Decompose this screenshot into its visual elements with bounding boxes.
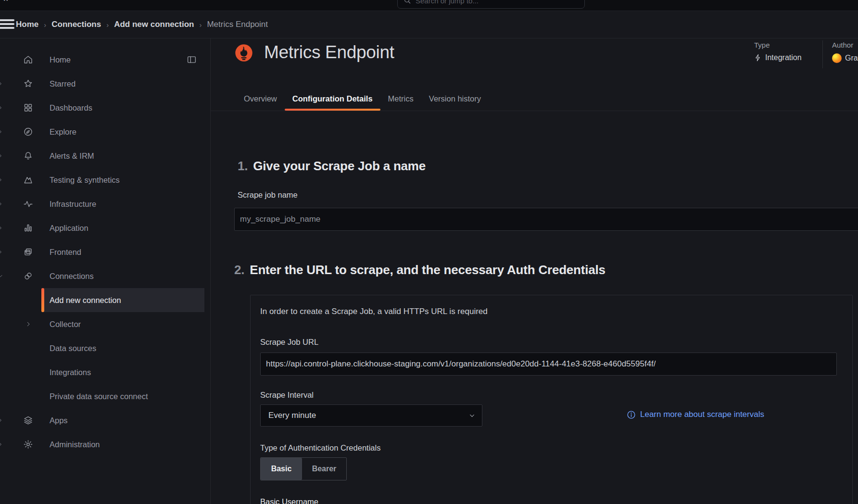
scrape-job-url-label: Scrape Job URL [260,338,318,347]
sidebar-item-infrastructure[interactable]: Infrastructure [0,192,210,216]
breadcrumb-separator: › [101,21,114,29]
scrape-job-url-input[interactable] [260,353,837,376]
sidebar-item-label: Administration [50,440,100,449]
sidebar-item-connections[interactable]: Connections [0,264,210,288]
auth-option-basic[interactable]: Basic [261,458,302,480]
chevron-right-icon [0,249,3,255]
card-notice: In order to create a Scrape Job, a valid… [260,307,488,316]
breadcrumb-item-home[interactable]: Home [16,20,38,29]
breadcrumb: Home›Connections›Add new connection›Metr… [16,20,268,29]
chevron-right-icon [25,321,32,328]
menu-hamburger-icon[interactable] [0,19,14,29]
chevron-down-icon [0,273,3,279]
step1-heading: 1.Give your Scrape Job a name [238,159,426,174]
sidebar-item-label: Connections [50,272,94,281]
scrape-interval-label: Scrape Interval [260,391,314,400]
gear-icon [23,440,33,450]
sidebar-item-add-new-connection[interactable]: Add new connection [0,288,210,312]
mountain-k6-icon [23,175,33,185]
tab-metrics[interactable]: Metrics [388,87,414,111]
step2-heading: 2.Enter the URL to scrape, and the neces… [234,263,606,277]
breadcrumb-separator: › [38,21,51,29]
author-value: Grafana [845,54,858,63]
bolt-icon [754,54,762,62]
chevron-right-icon [0,81,3,87]
sidebar-item-label: Add new connection [50,296,121,305]
tabs-row: OverviewConfiguration DetailsMetricsVers… [210,87,858,111]
sidebar-item-label: Data sources [50,344,96,353]
sidebar-item-label: Private data source connect [50,392,148,401]
search-bar[interactable]: Search or jump to... [397,0,585,9]
sidebar-item-application[interactable]: Application [0,216,210,240]
chevron-right-icon [0,129,3,135]
sidebar-item-label: Integrations [50,368,91,377]
breadcrumb-bar: Home›Connections›Add new connection›Metr… [0,11,858,38]
tab-version-history[interactable]: Version history [429,87,481,111]
dock-panel-icon[interactable] [187,55,197,65]
sidebar-item-administration[interactable]: Administration [0,432,210,456]
sidebar-item-testing-synthetics[interactable]: Testing & synthetics [0,168,210,192]
scrape-job-name-label: Scrape job name [238,190,298,200]
meta-author-block: Author Grafana [832,41,858,63]
tab-overview[interactable]: Overview [244,87,277,111]
type-label: Type [754,41,802,49]
chevron-right-icon [0,225,3,231]
scrape-interval-select[interactable]: Every minute [260,404,482,427]
chevron-right-icon [0,177,3,183]
learn-more-link[interactable]: Learn more about scrape intervals [627,410,764,419]
layers-icon [23,416,33,426]
sidebar-item-label: Explore [50,127,76,137]
chevron-right-icon [0,441,3,448]
step1-number: 1. [238,159,248,173]
chevron-down-icon [468,412,476,419]
sidebar-item-label: Application [50,224,88,233]
sidebar-item-integrations[interactable]: Integrations [0,360,210,384]
search-icon [404,0,411,4]
sidebar-item-explore[interactable]: Explore [0,120,210,144]
sidebar-item-data-sources[interactable]: Data sources [0,336,210,360]
sidebar-item-label: Home [50,55,71,64]
sidebar-item-label: Dashboards [50,103,92,113]
chevron-right-icon [0,105,3,111]
author-label: Author [832,41,858,49]
meta-divider [822,40,823,68]
sidebar-item-label: Starred [50,79,76,88]
search-placeholder: Search or jump to... [416,0,479,5]
learn-more-label: Learn more about scrape intervals [640,410,764,419]
sidebar-item-dashboards[interactable]: Dashboards [0,96,210,120]
breadcrumb-separator: › [194,21,207,29]
scrape-interval-value: Every minute [268,411,316,420]
top-strip: ⌃ Search or jump to... [0,0,858,11]
sidebar-item-apps[interactable]: Apps [0,408,210,432]
browser-icon [23,247,33,257]
breadcrumb-item-connections[interactable]: Connections [51,20,101,29]
sidebar-item-label: Collector [50,320,81,329]
sidebar-item-private-data-source-connect[interactable]: Private data source connect [0,384,210,408]
sidebar-item-alerts-irm[interactable]: Alerts & IRM [0,144,210,168]
info-icon [627,410,636,419]
tab-configuration-details[interactable]: Configuration Details [292,87,373,111]
sidebar-item-label: Testing & synthetics [50,176,120,185]
sidebar-item-label: Frontend [50,248,81,257]
sidebar-item-starred[interactable]: Starred [0,72,210,96]
sidebar-item-collector[interactable]: Collector [0,312,210,336]
auth-type-label: Type of Authentication Credentials [260,443,380,453]
collapse-caret-icon[interactable]: ⌃ [2,0,10,8]
meta-type-block: Type Integration [754,41,802,62]
scrape-job-name-input[interactable] [234,208,858,231]
page-title: Metrics Endpoint [264,42,394,63]
apps-grid-icon [23,103,33,113]
step2-number: 2. [234,263,244,277]
sidebar-item-frontend[interactable]: Frontend [0,240,210,264]
home-icon [23,55,33,65]
sidebar-item-label: Apps [50,416,68,425]
link-rings-icon [23,271,33,281]
sidebar-item-home[interactable]: Home [0,48,210,72]
breadcrumb-item-add-new-connection[interactable]: Add new connection [114,20,194,29]
bar-chart-icon [23,223,33,233]
bell-icon [23,151,33,161]
auth-option-bearer[interactable]: Bearer [302,458,346,480]
chevron-right-icon [0,201,3,207]
prometheus-icon [235,44,253,62]
chevron-right-icon [0,153,3,159]
